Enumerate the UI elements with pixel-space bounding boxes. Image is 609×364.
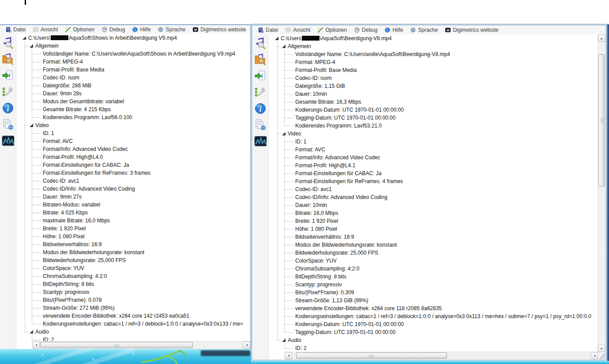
- tree-node-property[interactable]: ID: 1: [269, 138, 598, 146]
- tree-node-property[interactable]: Codec-ID/Info: Advanced Video Coding: [16, 185, 250, 193]
- tree-node-property[interactable]: BitDepth/String: 8 bits: [269, 273, 598, 281]
- tree-node-property[interactable]: Format-Einstellungen für ReFrames: 4 fra…: [269, 177, 598, 185]
- menu-debug[interactable]: Debug: [350, 26, 381, 34]
- tree-node-property[interactable]: Format-Profil: High@L4.0: [16, 153, 250, 161]
- tree-node-section[interactable]: Audio: [16, 328, 250, 336]
- scroll-right-button[interactable]: [243, 341, 250, 349]
- menu-ansicht[interactable]: Ansicht: [29, 26, 61, 34]
- tree-node-property[interactable]: ChromaSubsampling: 4:2:0: [269, 265, 598, 273]
- tree-node-property[interactable]: Gesamte Bitrate: 16,3 Mbps: [269, 98, 598, 106]
- copy-web-icon[interactable]: [254, 119, 267, 131]
- expand-arrow-icon[interactable]: [275, 37, 278, 40]
- tree-node-property[interactable]: Bildwiederholungsrate: 25,000 FPS: [269, 249, 598, 257]
- expand-arrow-icon[interactable]: [282, 338, 286, 342]
- tree-node-section[interactable]: Audio: [269, 336, 598, 344]
- tree-node-property[interactable]: BitDepth/String: 8 bits: [16, 280, 250, 288]
- open-file-icon[interactable]: [254, 37, 267, 49]
- scroll-thumb[interactable]: [40, 342, 193, 348]
- menu-digimetrics-website[interactable]: MDigimetrics website: [189, 26, 249, 34]
- tree-node-property[interactable]: Höhe: 1 080 Pixel: [16, 233, 250, 240]
- tree-node-property[interactable]: Bildseitenverhältnis: 16:9: [16, 240, 250, 248]
- tree-node-section[interactable]: Video: [16, 121, 250, 129]
- tree-node-property[interactable]: Codec-ID/Info: Advanced Video Coding: [269, 193, 598, 201]
- open-folder-icon[interactable]: [254, 53, 267, 66]
- tree-node-property[interactable]: Bits/(Pixel*Frame): 0.078: [16, 296, 250, 304]
- tree-node-property[interactable]: Bildseitenverhältnis: 16:9: [269, 233, 598, 241]
- waveform-icon[interactable]: [2, 135, 14, 147]
- vertical-scrollbar[interactable]: [598, 34, 605, 352]
- tree-node-property[interactable]: Stream-Größe: 272 MiB (95%): [16, 304, 250, 312]
- tree-node-file[interactable]: C:\Users\AquaSoft\Beerdigung-V8.mp4: [269, 34, 598, 42]
- tree-node-property[interactable]: Kodierendes Programm: Lavf56.0.100: [16, 113, 250, 121]
- tree-node-property[interactable]: Tagging-Datum: UTC 1970-01-01 00:00:00: [269, 328, 598, 336]
- tree-node-property[interactable]: Format: MPEG-4: [269, 58, 598, 66]
- tree-node-section[interactable]: Allgemein: [16, 42, 250, 50]
- horizontal-scrollbar[interactable]: [32, 341, 250, 349]
- tree-node-property[interactable]: Bits/(Pixel*Frame): 0.309: [269, 289, 598, 296]
- scroll-thumb[interactable]: [598, 54, 605, 187]
- tree-node-property[interactable]: Höhe: 1 080 Pixel: [269, 225, 598, 233]
- tree-node-property[interactable]: Bitrate: 16,0 Mbps: [269, 209, 598, 217]
- tree-node-property[interactable]: Bildwiederholungsrate: 25,000 FPS: [16, 256, 250, 264]
- tree-node-property[interactable]: Codec-ID: isom: [16, 74, 250, 82]
- tree-node-property[interactable]: Kodierungseinstellungen: cabac=1 / ref=3…: [269, 312, 598, 320]
- menu-optionen[interactable]: Optionen: [314, 26, 350, 34]
- tree-node-property[interactable]: Breite: 1 920 Pixel: [269, 217, 598, 225]
- open-folder-icon[interactable]: [2, 53, 14, 65]
- tree-node-property[interactable]: Format-Profil: High@L4.1: [269, 161, 598, 169]
- menu-datei[interactable]: Datei: [254, 26, 282, 34]
- tree-node-property[interactable]: ID: 1: [16, 129, 250, 137]
- export-info-icon[interactable]: i: [2, 69, 14, 82]
- expand-arrow-icon[interactable]: [30, 330, 33, 334]
- tree-node-property[interactable]: Kodierungs-Datum: UTC 1970-01-01 00:00:0…: [269, 106, 598, 114]
- menu-hilfe[interactable]: iHilfe: [381, 26, 406, 34]
- tree-node-property[interactable]: Modus der Bildwiederholungsrate: konstan…: [269, 241, 598, 249]
- tree-node-property[interactable]: Format-Einstellungen für CABAC: Ja: [16, 161, 250, 169]
- tree-node-property[interactable]: Stream-Größe: 1,13 GiB (99%): [269, 296, 598, 304]
- tree-node-property[interactable]: Bitrate: 4 025 Kbps: [16, 209, 250, 217]
- tree-node-property[interactable]: Dauer: 10min: [269, 201, 598, 209]
- menu-sprache[interactable]: Sprache: [154, 26, 189, 34]
- resize-grip[interactable]: [598, 353, 605, 359]
- tree-node-property[interactable]: Dauer: 10min: [269, 90, 598, 98]
- menu-sprache[interactable]: Sprache: [406, 26, 441, 34]
- tree-node-property[interactable]: verwendete Encoder-Bibliothek: x264 core…: [16, 312, 250, 320]
- tree-node-property[interactable]: Codec-ID: avc1: [269, 185, 598, 193]
- tree-node-property[interactable]: Codec-ID: isom: [269, 74, 598, 82]
- export-info-icon[interactable]: i: [254, 70, 267, 82]
- tree-node-property[interactable]: Format-Profil: Base Media: [16, 66, 250, 74]
- tree-node-property[interactable]: Format-Einstellungen für CABAC: Ja: [269, 169, 598, 177]
- about-icon[interactable]: i: [2, 102, 14, 114]
- expand-arrow-icon[interactable]: [30, 124, 33, 127]
- settings-icon[interactable]: [2, 86, 14, 98]
- tree-node-property[interactable]: Vollständiger Name: C:\Users\wolle\AquaS…: [269, 50, 598, 58]
- tree-node-section[interactable]: Allgemein: [269, 42, 598, 50]
- expand-arrow-icon[interactable]: [282, 45, 286, 48]
- tree-node-property[interactable]: Breite: 1 920 Pixel: [16, 225, 250, 233]
- tree-node-property[interactable]: ColorSpace: YUV: [269, 257, 598, 265]
- menu-optionen[interactable]: Optionen: [61, 26, 98, 34]
- tree-node-property[interactable]: Format: AVC: [16, 137, 250, 145]
- tree-node-property[interactable]: Format: AVC: [269, 146, 598, 154]
- tree-node-property[interactable]: Dateigröße: 1,15 GiB: [269, 82, 598, 90]
- tree-node-property[interactable]: Format-Profil: Base Media: [269, 66, 598, 74]
- menu-digimetrics-website[interactable]: MDigimetrics website: [441, 26, 502, 34]
- menu-debug[interactable]: Debug: [98, 26, 128, 34]
- tree-node-property[interactable]: Bitraten-Modus: variabel: [16, 201, 250, 209]
- tree-node-property[interactable]: Scantyp: progressiv: [16, 288, 250, 296]
- menu-ansicht[interactable]: Ansicht: [282, 26, 314, 34]
- tree-node-property[interactable]: Format: MPEG-4: [16, 58, 250, 66]
- tree-node-property[interactable]: Kodierendes Programm: Lavf53.21.0: [269, 122, 598, 130]
- tree-node-property[interactable]: Vollständiger Name: C:\Users\wolle\AquaS…: [16, 50, 250, 58]
- expand-arrow-icon[interactable]: [23, 36, 26, 40]
- scroll-right-button[interactable]: [590, 352, 598, 359]
- menu-hilfe[interactable]: iHilfe: [128, 26, 154, 34]
- tree-node-property[interactable]: ChromaSubsampling: 4:2:0: [16, 272, 250, 280]
- expand-arrow-icon[interactable]: [282, 132, 286, 135]
- scroll-up-button[interactable]: [598, 34, 605, 42]
- open-file-icon[interactable]: [2, 37, 14, 49]
- tree-node-property[interactable]: Dauer: 9min 27s: [16, 193, 250, 201]
- tree-node-section[interactable]: Video: [269, 130, 598, 138]
- tree-node-property[interactable]: Modus der Bildwiederholungsrate: konstan…: [16, 248, 250, 256]
- tree-node-property[interactable]: Dateigröße: 286 MiB: [16, 82, 250, 90]
